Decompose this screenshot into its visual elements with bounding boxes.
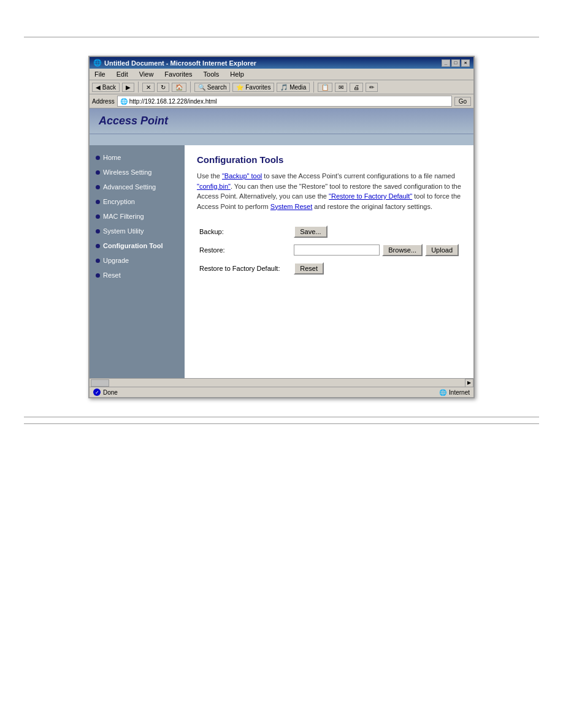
sidebar-item-wireless-setting[interactable]: Wireless Setting [90,165,185,180]
scroll-right-arrow[interactable]: ▶ [465,379,473,387]
mail-button[interactable]: ✉ [335,83,347,92]
sidebar-item-upgrade[interactable]: Upgrade [90,253,185,268]
menu-file[interactable]: File [92,70,108,78]
go-button[interactable]: Go [454,97,471,106]
scroll-thumb[interactable] [91,379,109,387]
sidebar-label-upgrade: Upgrade [103,257,129,264]
bottom-rule [24,417,539,417]
bullet-upgrade [96,259,100,263]
sidebar-item-advanced-setting[interactable]: Advanced Setting [90,180,185,194]
restore-control: Browse... Upload [291,241,461,259]
section-title: Configuration Tools [197,154,461,165]
restore-input[interactable] [294,245,380,256]
menu-tools[interactable]: Tools [201,70,222,78]
reset-link[interactable]: System Reset [270,203,312,210]
upload-button[interactable]: Upload [425,244,459,256]
sidebar-item-config-tool[interactable]: Configuration Tool [90,238,185,253]
factory-label: Restore to Factory Default: [197,259,291,278]
factory-row: Restore to Factory Default: Reset [197,259,461,278]
done-icon: ✓ [93,389,101,396]
bullet-advanced [96,185,100,189]
main-panel: Configuration Tools Use the "Backup" too… [185,145,473,378]
toolbar-sep3 [313,82,314,93]
browser-window: 🌐 Untitled Document - Microsoft Internet… [88,56,475,398]
status-bar: ✓ Done 🌐 Internet [90,387,473,397]
bullet-encryption [96,200,100,204]
backup-label: Backup: [197,222,291,241]
status-done-text: Done [103,389,118,396]
config-table: Backup: Save... Restore: Browse... Uploa… [197,222,461,278]
toolbar-sep2 [190,82,191,93]
browse-button[interactable]: Browse... [382,244,423,256]
title-bar-buttons: _ □ × [442,59,470,67]
forward-button[interactable]: ▶ [122,83,134,92]
backup-row: Backup: Save... [197,222,461,241]
bottom-rule2 [24,423,539,424]
print-button[interactable]: 🖨 [350,83,363,92]
sidebar-item-mac-filtering[interactable]: MAC Filtering [90,209,185,224]
sidebar-item-home[interactable]: Home [90,150,185,165]
search-button[interactable]: 🔍 Search [194,83,230,92]
configbin-link[interactable]: "config.bin" [197,183,231,190]
status-zone: Internet [449,389,470,396]
refresh-button[interactable]: ↻ [157,83,169,92]
sidebar-label-wireless: Wireless Setting [103,169,151,176]
bullet-reset [96,273,100,278]
menu-view[interactable]: View [137,70,156,78]
factory-control: Reset [291,259,461,278]
home-button[interactable]: 🏠 [172,83,186,92]
globe-icon: 🌐 [439,389,446,396]
menu-edit[interactable]: Edit [114,70,131,78]
toolbar: ◀ Back ▶ ✕ ↻ 🏠 🔍 Search ⭐ Favorites 🎵 Me… [90,80,473,94]
bullet-utility [96,229,100,233]
ap-header: Access Point [90,108,473,134]
content-body: Home Wireless Setting Advanced Setting E… [90,145,473,378]
back-button[interactable]: ◀ Back [92,83,120,92]
sidebar-label-utility: System Utility [103,227,144,235]
close-button[interactable]: × [461,59,470,67]
favorites-button[interactable]: ⭐ Favorites [232,83,274,92]
restore-row: Restore: Browse... Upload [197,241,461,259]
factory-link[interactable]: "Restore to Factory Default" [329,192,412,200]
menu-favorites[interactable]: Favorites [162,70,194,78]
section-desc: Use the "Backup" tool to save the Access… [197,171,461,211]
title-bar: 🌐 Untitled Document - Microsoft Internet… [90,57,473,69]
bullet-mac [96,214,100,219]
edit-button[interactable]: ✏ [366,83,378,92]
sidebar-label-mac: MAC Filtering [103,213,144,220]
address-bar: Address 🌐 http://192.168.12.228/index.ht… [90,94,473,108]
restore-label: Restore: [197,241,291,259]
sidebar-item-encryption[interactable]: Encryption [90,194,185,209]
address-input-display[interactable]: 🌐 http://192.168.12.228/index.html [117,96,452,107]
sidebar: Home Wireless Setting Advanced Setting E… [90,145,185,378]
reset-button[interactable]: Reset [294,262,324,275]
backup-link[interactable]: "Backup" tool [222,172,262,180]
stop-button[interactable]: ✕ [142,83,155,92]
menu-bar: File Edit View Favorites Tools Help [90,69,473,80]
sidebar-label-home: Home [103,154,121,161]
top-rule [24,37,539,37]
toolbar-sep1 [138,82,139,93]
address-url: http://192.168.12.228/index.html [129,98,217,105]
media-button[interactable]: 🎵 Media [277,83,310,92]
menu-help[interactable]: Help [228,70,247,78]
bullet-home [96,156,100,160]
sidebar-label-reset: Reset [103,271,121,279]
sidebar-item-system-utility[interactable]: System Utility [90,224,185,238]
browser-content: Access Point Home Wireless Setting [90,108,473,387]
maximize-button[interactable]: □ [451,59,460,67]
scroll-area: ▶ [90,378,473,387]
history-button[interactable]: 📋 [318,83,332,92]
save-button[interactable]: Save... [294,226,327,238]
ap-title: Access Point [99,115,168,127]
browser-icon: 🌐 [93,59,102,67]
sidebar-item-reset[interactable]: Reset [90,268,185,282]
minimize-button[interactable]: _ [442,59,450,67]
status-left: ✓ Done [93,389,118,396]
bullet-wireless [96,170,100,175]
sidebar-label-encryption: Encryption [103,198,135,205]
backup-control: Save... [291,222,461,241]
bullet-config [96,244,100,248]
status-right: 🌐 Internet [439,389,470,396]
address-label: Address [92,98,115,105]
